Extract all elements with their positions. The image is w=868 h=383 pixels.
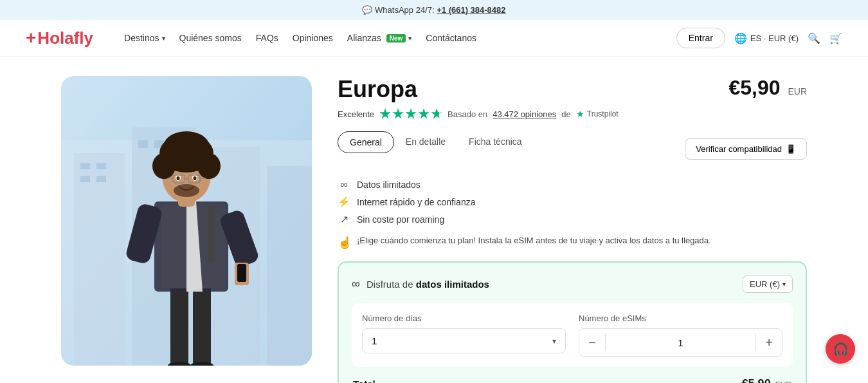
chevron-down-icon: ▾ — [408, 35, 411, 42]
phone-check-icon: 📱 — [786, 144, 796, 154]
inputs-row: Número de días 1 ▾ Número de eSIMs − 1 + — [352, 303, 793, 367]
svg-rect-14 — [193, 282, 211, 366]
no-signal-icon: ↗ — [338, 213, 350, 225]
lightning-icon: ⚡ — [338, 196, 350, 208]
star-5-half — [431, 108, 442, 120]
nav-destinos[interactable]: Destinos ▾ — [124, 33, 165, 43]
svg-rect-7 — [96, 163, 106, 169]
feature-no-roaming: ↗ Sin coste por roaming — [338, 213, 807, 225]
new-badge: New — [386, 34, 406, 42]
headset-icon: 🎧 — [833, 341, 849, 357]
svg-point-33 — [194, 176, 197, 180]
top-bar: 💬 WhatsApp 24/7: +1 (661) 384-8482 — [0, 0, 868, 20]
tab-ficha-tecnica[interactable]: Ficha técnica — [457, 131, 533, 153]
info-note: ☝️ ¡Elige cuándo comienza tu plan! Insta… — [338, 236, 807, 250]
product-image — [61, 76, 312, 366]
svg-rect-10 — [138, 140, 148, 148]
days-selector[interactable]: 1 ▾ — [362, 328, 566, 353]
reviews-text: Basado en — [448, 109, 487, 119]
trustpilot-badge: ★ Trustpilot — [576, 109, 619, 119]
globe-icon: 🌐 — [734, 32, 747, 44]
total-row: Total €5,90 EUR — [352, 377, 793, 383]
svg-point-27 — [152, 153, 176, 179]
esim-selector: − 1 + — [579, 328, 782, 357]
tab-en-detalle[interactable]: En detalle — [394, 131, 457, 153]
star-4 — [418, 108, 429, 120]
tabs: General En detalle Ficha técnica — [338, 131, 534, 153]
svg-rect-23 — [237, 264, 246, 282]
product-header: Europa €5,90 EUR — [338, 76, 807, 103]
panel-title: ∞ Disfruta de datos ilimitados — [352, 277, 489, 291]
feature-unlimited-data: ∞ Datos ilimitados — [338, 179, 807, 191]
product-price: €5,90 EUR — [728, 76, 807, 100]
total-price: €5,90 EUR — [742, 377, 791, 383]
esim-decrement-button[interactable]: − — [579, 329, 605, 356]
svg-rect-5 — [267, 166, 312, 366]
total-currency: EUR — [775, 380, 791, 383]
svg-rect-6 — [80, 163, 90, 169]
svg-point-28 — [197, 153, 221, 179]
navbar: +Holafly Destinos ▾ Quiénes somos FAQs O… — [0, 20, 868, 57]
reviews-link[interactable]: 43.472 opiniones — [493, 109, 556, 119]
tab-general[interactable]: General — [338, 131, 394, 153]
chevron-down-icon: ▾ — [552, 337, 556, 346]
stars — [379, 108, 442, 120]
hand-icon: ☝️ — [338, 236, 352, 250]
logo[interactable]: +Holafly — [26, 28, 93, 48]
features-list: ∞ Datos ilimitados ⚡ Internet rápido y d… — [338, 179, 807, 225]
days-value: 1 — [372, 335, 377, 346]
days-input-group: Número de días 1 ▾ — [362, 313, 566, 357]
currency-label: EUR — [788, 86, 807, 97]
language-selector[interactable]: 🌐 ES · EUR (€) — [734, 32, 799, 44]
tabs-row: General En detalle Ficha técnica Verific… — [338, 131, 807, 166]
chevron-down-icon: ▾ — [782, 281, 786, 288]
purchase-panel: ∞ Disfruta de datos ilimitados EUR (€) ▾… — [338, 261, 807, 383]
reviews-suffix: de — [561, 109, 570, 119]
nav-contactanos[interactable]: Contáctanos — [426, 33, 476, 43]
svg-rect-9 — [96, 176, 106, 182]
product-title: Europa — [338, 76, 417, 103]
days-label: Número de días — [362, 313, 566, 323]
star-3 — [405, 108, 417, 120]
product-info: Europa €5,90 EUR Excelente Basado en 43.… — [338, 76, 807, 383]
svg-point-39 — [174, 184, 199, 197]
svg-point-32 — [177, 176, 180, 180]
total-label: Total — [353, 378, 375, 383]
chevron-down-icon: ▾ — [162, 35, 165, 42]
esims-input-group: Número de eSIMs − 1 + — [579, 313, 782, 357]
compatibility-button[interactable]: Verificar compatibilidad 📱 — [685, 138, 807, 160]
panel-header: ∞ Disfruta de datos ilimitados EUR (€) ▾ — [352, 276, 793, 293]
nav-faqs[interactable]: FAQs — [256, 33, 278, 43]
nav-quienes[interactable]: Quiénes somos — [179, 33, 242, 43]
whatsapp-text: WhatsApp 24/7: — [375, 5, 435, 15]
rating-row: Excelente Basado en 43.472 opiniones de … — [338, 108, 807, 120]
nav-alianzas[interactable]: Alianzas New ▾ — [347, 33, 411, 43]
nav-opiniones[interactable]: Opiniones — [293, 33, 333, 43]
esim-increment-button[interactable]: + — [756, 329, 782, 356]
star-2 — [392, 108, 404, 120]
infinity-panel-icon: ∞ — [352, 277, 360, 290]
svg-rect-2 — [74, 153, 125, 366]
svg-rect-13 — [170, 282, 188, 366]
rating-label: Excelente — [338, 109, 374, 119]
search-icon[interactable]: 🔍 — [808, 32, 820, 44]
svg-rect-40 — [208, 205, 215, 263]
star-1 — [379, 108, 391, 120]
svg-rect-8 — [80, 176, 90, 182]
nav-right: Entrar 🌐 ES · EUR (€) 🔍 🛒 — [676, 28, 842, 48]
whatsapp-icon: 💬 — [362, 5, 372, 15]
feature-fast-internet: ⚡ Internet rápido y de confianza — [338, 196, 807, 208]
login-button[interactable]: Entrar — [676, 28, 725, 48]
phone-link[interactable]: +1 (661) 384-8482 — [437, 5, 505, 15]
esim-value: 1 — [606, 337, 755, 348]
trustpilot-star: ★ — [576, 109, 584, 119]
currency-dropdown[interactable]: EUR (€) ▾ — [743, 276, 793, 293]
nav-links: Destinos ▾ Quiénes somos FAQs Opiniones … — [124, 33, 658, 43]
cart-icon[interactable]: 🛒 — [829, 32, 842, 44]
esims-label: Número de eSIMs — [579, 313, 782, 323]
support-button[interactable]: 🎧 — [826, 334, 855, 364]
infinity-icon: ∞ — [338, 179, 350, 191]
svg-point-29 — [164, 131, 209, 160]
main-content: Europa €5,90 EUR Excelente Basado en 43.… — [48, 57, 820, 383]
